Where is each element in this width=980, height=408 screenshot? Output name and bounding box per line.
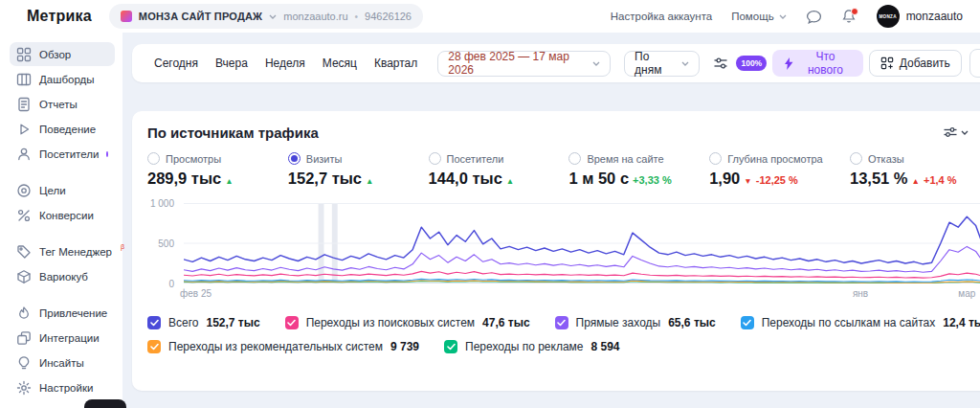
- metric-value: 1 м 50 с: [568, 170, 629, 188]
- sampling-sliders-icon[interactable]: [713, 56, 728, 71]
- legend-checkbox[interactable]: [444, 340, 457, 353]
- sidebar-item-label: Интеграции: [39, 332, 100, 344]
- traffic-sources-widget: По источникам трафика ⋮ Просмотры289,9 т…: [132, 111, 980, 391]
- goals-icon: [16, 183, 32, 198]
- metric-radio[interactable]: [147, 152, 160, 165]
- sidebar-item-reports[interactable]: Отчеты: [10, 92, 115, 116]
- x-tick-label: мар: [958, 288, 975, 299]
- bell-icon[interactable]: [841, 9, 858, 25]
- overview-icon: [16, 47, 32, 62]
- metric-option[interactable]: Просмотры289,9 тыс▲: [147, 152, 288, 188]
- add-widget-button[interactable]: Добавить: [869, 50, 962, 77]
- legend-checkbox[interactable]: [147, 340, 161, 353]
- date-range-value: 28 фев 2025 — 17 мар 2026: [448, 50, 586, 77]
- x-tick-label: янв: [853, 288, 868, 299]
- legend-label: Прямые заходы: [576, 316, 661, 329]
- metric-value: 289,9 тыс: [147, 170, 221, 188]
- support-chat-widget[interactable]: [84, 399, 126, 408]
- counter-domain: monzaauto.ru: [283, 11, 347, 22]
- metric-option[interactable]: Отказы13,51 %▲+1,4 %: [850, 152, 980, 188]
- sidebar-item-integrations[interactable]: Интеграции: [10, 326, 115, 350]
- chat-icon[interactable]: [806, 9, 822, 25]
- sidebar-item-behavior[interactable]: Поведение: [10, 117, 115, 141]
- preset-button[interactable]: Вчера: [207, 53, 256, 74]
- whats-new-button[interactable]: Что нового: [772, 50, 863, 77]
- sidebar-item-visitors[interactable]: Посетители: [10, 142, 115, 166]
- sidebar-item-variocube[interactable]: Вариокуб: [10, 264, 115, 288]
- legend-checkbox[interactable]: [741, 316, 754, 329]
- legend-item[interactable]: Прямые заходы65,6 тыс: [555, 316, 716, 329]
- metric-radio[interactable]: [288, 152, 301, 165]
- granularity-select[interactable]: По дням: [624, 51, 700, 77]
- legend-item[interactable]: Переходы по ссылкам на сайтах12,4 тыс: [741, 316, 980, 329]
- metric-value: 144,0 тыс: [429, 170, 502, 188]
- metric-label: Просмотры: [166, 153, 221, 165]
- metric-option[interactable]: Глубина просмотра1,90▼-12,25 %: [709, 152, 850, 188]
- legend-value: 47,6 тыс: [482, 316, 530, 329]
- legend-label: Переходы из рекомендательных систем: [168, 340, 383, 353]
- chevron-down-icon: [779, 14, 787, 19]
- metric-option[interactable]: Посетители144,0 тыс▲: [429, 152, 569, 188]
- sidebar-item-label: Дашборды: [39, 74, 95, 85]
- integrations-icon: [16, 330, 32, 346]
- username: monzaauto: [906, 10, 963, 23]
- legend-checkbox[interactable]: [285, 316, 299, 329]
- notification-dot: [851, 8, 858, 15]
- legend-item[interactable]: Переходы по рекламе8 594: [444, 340, 620, 353]
- metrika-logo[interactable]: Метрика: [27, 8, 92, 25]
- user-menu[interactable]: MONZA monzaauto: [877, 5, 963, 28]
- sidebar-item-goals[interactable]: Цели: [10, 178, 115, 202]
- metric-radio[interactable]: [850, 152, 862, 165]
- metric-value: 1,90: [709, 170, 740, 188]
- counter-name: МОНЗА САЙТ ПРОДАЖ: [139, 11, 262, 22]
- sidebar-item-overview[interactable]: Обзор: [10, 42, 115, 66]
- trend-down-icon: ▼: [744, 176, 751, 186]
- sidebar-item-label: Инсайты: [39, 357, 84, 369]
- sidebar-item-conversions[interactable]: Конверсии: [10, 203, 115, 227]
- counter-selector[interactable]: МОНЗА САЙТ ПРОДАЖ monzaauto.ru • 9462612…: [109, 4, 423, 29]
- chart-legend: Всего152,7 тысПереходы из поисковых сист…: [132, 305, 980, 353]
- preset-button[interactable]: Квартал: [366, 53, 426, 74]
- preset-button[interactable]: Неделя: [256, 53, 314, 74]
- metric-option[interactable]: Время на сайте1 м 50 с+3,33 %: [568, 152, 709, 188]
- preset-button[interactable]: Месяц: [314, 53, 366, 74]
- legend-checkbox[interactable]: [555, 316, 568, 329]
- acquisition-icon: [16, 306, 32, 321]
- legend-item[interactable]: Переходы из поисковых систем47,6 тыс: [285, 316, 530, 329]
- metric-selected[interactable]: Визиты152,7 тыс▲: [288, 152, 429, 188]
- toolbar-kebab-menu[interactable]: ⋮: [969, 49, 980, 78]
- dashboards-icon: [16, 72, 32, 87]
- trend-up-icon: ▲: [912, 176, 920, 186]
- legend-value: 8 594: [591, 340, 620, 353]
- y-axis-labels: 05001 000: [147, 203, 178, 283]
- sidebar-item-acquisition[interactable]: Привлечение: [10, 301, 115, 325]
- date-range-picker[interactable]: 28 фев 2025 — 17 мар 2026: [437, 51, 611, 77]
- metrics-settings-icon[interactable]: [943, 125, 969, 141]
- legend-row-2: Переходы из рекомендательных систем9 739…: [147, 340, 980, 353]
- sidebar-item-dashboards[interactable]: Дашборды: [10, 67, 115, 91]
- sampling-badge[interactable]: 100%: [736, 56, 767, 71]
- legend-checkbox[interactable]: [147, 316, 161, 329]
- help-menu[interactable]: Помощь: [731, 11, 786, 22]
- account-settings-link[interactable]: Настройка аккаунта: [611, 11, 712, 22]
- lightning-icon: [784, 57, 793, 70]
- avatar: MONZA: [877, 5, 900, 28]
- metric-radio[interactable]: [709, 152, 722, 165]
- legend-row-1: Всего152,7 тысПереходы из поисковых сист…: [147, 316, 980, 329]
- trend-up-icon: ▲: [225, 176, 233, 186]
- variocube-icon: [16, 269, 32, 284]
- y-tick-label: 1 000: [150, 198, 174, 209]
- sidebar-item-label: Настройки: [39, 382, 93, 394]
- legend-item[interactable]: Всего152,7 тыс: [147, 316, 260, 329]
- metric-radio[interactable]: [568, 152, 581, 165]
- preset-button[interactable]: Сегодня: [145, 53, 207, 74]
- traffic-chart[interactable]: 05001 000 фев 25янвмар: [147, 197, 980, 305]
- sidebar-item-settings[interactable]: Настройки: [10, 375, 115, 399]
- sidebar-item-insights[interactable]: Инсайты: [10, 351, 115, 374]
- legend-item[interactable]: Переходы из рекомендательных систем9 739: [147, 340, 419, 353]
- sidebar-item-tag-manager[interactable]: Тег Менеджерβ: [10, 239, 115, 263]
- widget-title: По источникам трафика: [147, 125, 319, 141]
- legend-label: Всего: [168, 316, 198, 329]
- metric-radio[interactable]: [429, 152, 441, 165]
- metric-value: 152,7 тыс: [288, 170, 362, 188]
